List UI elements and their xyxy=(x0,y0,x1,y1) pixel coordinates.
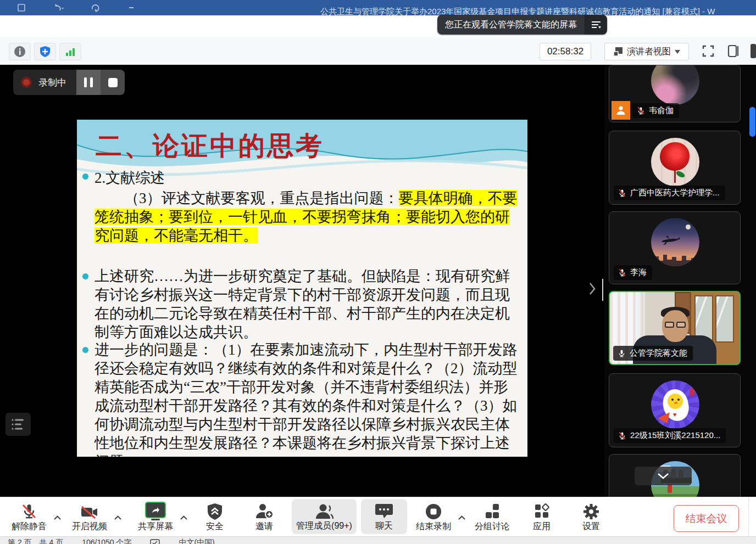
slide-paragraph-1: （3）评述文献要客观，重点是指出问题：要具体明确，不要笼统抽象；要到位，一针见血… xyxy=(94,189,519,245)
word-page-indicator[interactable]: 第 2 页，共 4 页 xyxy=(8,538,63,544)
start-video-button[interactable]: 开启视频 xyxy=(59,501,120,532)
chevron-down-icon xyxy=(657,473,669,479)
avatar xyxy=(651,218,699,266)
hand-raised-badge xyxy=(612,101,630,120)
word-wordcount[interactable]: 106/1050 个字 xyxy=(82,538,131,544)
avatar xyxy=(651,65,699,105)
list-icon xyxy=(11,418,25,431)
word-titlebar: 公共卫生与管理学院关于举办2023年国家级基金项目申报专题讲座暨科研诚信教育活动… xyxy=(0,0,756,15)
customize-toolbar-icon[interactable] xyxy=(127,3,135,13)
mic-muted-icon xyxy=(618,431,626,440)
participant-name: 广西中医药大学护理学... xyxy=(614,186,725,200)
members-icon xyxy=(292,499,357,520)
hamburger-menu-icon xyxy=(591,20,602,29)
view-mode-dropdown[interactable]: 演讲者视图 xyxy=(604,43,689,60)
collapse-panel-arrow-button[interactable] xyxy=(588,281,597,299)
sidebar-layout-icon xyxy=(727,44,740,58)
bullet-dot xyxy=(82,273,88,279)
word-language[interactable]: 中文(中国) xyxy=(179,538,214,544)
city-skyline xyxy=(651,252,699,266)
view-mode-label: 演讲者视图 xyxy=(627,46,671,58)
participants-panel: 韦俞伽 广西中医药大学护理学... xyxy=(604,65,756,497)
panel-scrollbar[interactable] xyxy=(749,107,755,137)
chevron-down-icon xyxy=(675,50,680,54)
side-layout-button[interactable] xyxy=(726,44,741,58)
chat-button[interactable]: 聊天 xyxy=(361,499,407,534)
security-shield-button[interactable] xyxy=(34,43,56,60)
pause-icon xyxy=(84,77,87,87)
bullet-dot xyxy=(82,173,88,180)
undo-icon[interactable] xyxy=(52,3,64,13)
scroll-down-button[interactable] xyxy=(635,467,692,485)
bullet-dot xyxy=(82,347,88,353)
meeting-top-toolbar: 02:58:32 演讲者视图 xyxy=(0,37,756,65)
pause-recording-button[interactable] xyxy=(76,70,101,95)
participant-name: 李海 xyxy=(614,265,652,280)
recording-dot-icon xyxy=(21,77,32,88)
share-screen-icon xyxy=(125,501,186,520)
toolbar-divider xyxy=(748,498,749,536)
stop-icon xyxy=(108,78,118,87)
save-icon[interactable] xyxy=(16,3,26,13)
end-meeting-button[interactable]: 结束会议 xyxy=(674,505,739,532)
participant-name: 韦俞伽 xyxy=(632,103,679,118)
signal-bars-icon xyxy=(65,46,76,57)
shared-screen-area: 录制中 二、论证中的思考 2.文献综述 （3）评述文献要客观，重点是指出问题：要… xyxy=(0,65,604,497)
manage-members-button[interactable]: 管理成员(99+) xyxy=(292,499,357,534)
chevron-right-icon xyxy=(588,281,597,296)
slide-bullet-2: 上述研究……为进一步研究奠定了基础。但缺陷是：现有研究鲜有讨论乡村振兴这一特定背… xyxy=(94,267,519,341)
meeting-timer: 02:58:32 xyxy=(540,43,591,60)
panel-divider-handle[interactable] xyxy=(602,279,603,301)
settings-button[interactable]: 设置 xyxy=(561,501,621,532)
speaker-view-icon xyxy=(613,47,623,57)
recording-label: 录制中 xyxy=(38,76,66,89)
stop-record-icon xyxy=(403,501,464,520)
avatar: ♥ xyxy=(651,380,699,429)
participant-name: 22级15班刘溪2215120... xyxy=(614,428,726,443)
shield-plus-icon xyxy=(39,46,51,58)
participant-tile[interactable] xyxy=(609,454,741,497)
participant-tile[interactable]: 韦俞伽 xyxy=(609,65,741,122)
annotation-list-button[interactable] xyxy=(5,413,31,436)
network-quality-button[interactable] xyxy=(59,43,81,60)
invite-button[interactable]: 邀请 xyxy=(234,501,294,532)
participant-tile[interactable]: 李海 xyxy=(609,211,741,284)
mic-muted-icon xyxy=(637,106,645,115)
meeting-window: 公共卫生与管理学院关于举办2023年国家级基金项目申报专题讲座暨科研诚信教育活动… xyxy=(0,0,756,544)
airplane-silhouette xyxy=(658,234,683,246)
participant-tile[interactable]: ♥ 22级15班刘溪2215120... xyxy=(609,373,741,447)
bottom-toolbar: 解除静音 开启视频 共享屏幕 xyxy=(0,497,756,537)
clipped-toolbar-icon[interactable] xyxy=(751,44,756,58)
unmute-button[interactable]: 解除静音 xyxy=(0,501,59,532)
fullscreen-button[interactable] xyxy=(701,44,715,58)
slide-bullet-1: 2.文献综述 xyxy=(94,168,165,188)
viewer-banner: 您正在观看公管学院蒋文能的屏幕 xyxy=(437,15,607,35)
mic-on-icon xyxy=(618,349,626,357)
mic-muted-icon xyxy=(618,189,626,197)
avatar xyxy=(651,138,699,186)
stop-recording-button[interactable] xyxy=(101,70,125,95)
gear-icon xyxy=(561,501,621,520)
meeting-info-button[interactable] xyxy=(9,43,31,60)
presentation-slide: 二、论证中的思考 2.文献综述 （3）评述文献要客观，重点是指出问题：要具体明确… xyxy=(77,120,527,457)
participant-tile[interactable]: 广西中医药大学护理学... xyxy=(609,131,741,205)
heart-mark: ♥ xyxy=(673,411,677,418)
viewer-banner-menu-button[interactable] xyxy=(585,15,607,35)
viewer-banner-text: 您正在观看公管学院蒋文能的屏幕 xyxy=(437,15,585,35)
redo-icon[interactable] xyxy=(90,3,101,13)
word-document-title: 公共卫生与管理学院关于举办2023年国家级基金项目申报专题讲座暨科研诚信教育活动… xyxy=(320,7,754,15)
proofing-icon[interactable] xyxy=(150,539,160,544)
slide-bullet-3: 进一步的问题是：（1）在要素加速流动下，内生型村干部开发路径还会稳定有效吗？继续… xyxy=(94,340,519,457)
active-speaker-tile[interactable]: 公管学院蒋文能 xyxy=(609,291,741,365)
mic-muted-icon xyxy=(618,268,626,277)
video-options-chevron[interactable] xyxy=(114,515,122,520)
meeting-titlebar xyxy=(0,15,756,37)
end-recording-button[interactable]: 结束录制 xyxy=(403,501,464,532)
recording-indicator: 录制中 xyxy=(13,70,125,95)
slide-title: 二、论证中的思考 xyxy=(96,128,324,164)
share-screen-button[interactable]: 共享屏幕 xyxy=(125,501,186,532)
person-icon xyxy=(615,105,626,116)
info-icon xyxy=(14,46,26,58)
camera-slash-icon xyxy=(59,501,120,520)
invite-person-icon xyxy=(234,501,294,520)
